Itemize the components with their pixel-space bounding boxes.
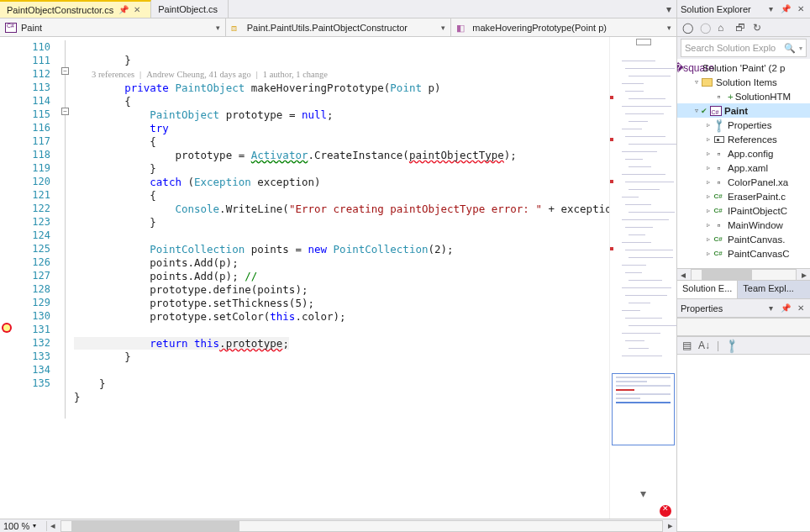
chevron-down-icon: ▾ xyxy=(441,24,445,32)
expand-icon[interactable]: ▿ xyxy=(692,76,701,89)
vertical-scrollbar-map[interactable]: ▾ xyxy=(609,37,676,519)
error-indicator-icon[interactable] xyxy=(660,505,671,517)
expand-icon[interactable]: ▹ xyxy=(704,161,713,175)
solution-search-input[interactable]: Search Solution Explo 🔍 ▾ xyxy=(681,39,807,57)
tree-item-label: App.config xyxy=(728,147,773,161)
tree-item-label: PaintCanvasC xyxy=(728,247,790,261)
solution-tree[interactable]: ▿ �square Solution 'Paint' (2 p ▿Solutio… xyxy=(677,59,810,268)
dropdown-icon[interactable]: ▾ xyxy=(765,303,776,313)
tree-item[interactable]: ▹References xyxy=(677,132,810,146)
split-handle[interactable] xyxy=(636,39,651,45)
tree-item-label: PaintCanvas. xyxy=(728,233,785,246)
tab-close-icon[interactable]: ✕ xyxy=(134,5,140,14)
nav-method[interactable]: ◧ makeHoveringPrototype(Point p) ▾ xyxy=(451,18,676,36)
chevron-down-icon: ▾ xyxy=(667,24,671,32)
outline-toggle[interactable]: − xyxy=(61,108,69,115)
zoom-dropdown[interactable]: 100 % ▾ xyxy=(0,521,47,531)
code-area[interactable]: } 3 references|Andrew Cheung, 41 days ag… xyxy=(74,37,609,519)
nav-bar: Paint ▾ ⧈ Paint.PaintUtils.PaintObjectCo… xyxy=(0,18,676,37)
chevron-down-icon: ▾ xyxy=(33,522,36,529)
editor-column: PaintObjectConstructor.cs 📌 ✕ PaintObjec… xyxy=(0,0,677,532)
pin-icon[interactable]: 📌 xyxy=(780,4,792,13)
class-icon: ⧈ xyxy=(231,23,243,33)
solution-icon: �square xyxy=(687,62,700,74)
tab-active[interactable]: PaintObjectConstructor.cs 📌 ✕ xyxy=(0,0,151,18)
properties-object-select[interactable] xyxy=(677,318,810,336)
horizontal-scrollbar[interactable] xyxy=(60,520,663,532)
tree-item-label: ColorPanel.xa xyxy=(728,176,788,189)
refresh-icon[interactable]: ↻ xyxy=(753,22,765,34)
properties-toolbar: ▤ A↓ | 🔧 xyxy=(677,336,810,355)
scroll-right-icon[interactable]: ▸ xyxy=(665,520,676,531)
side-panels: Solution Explorer ▾ 📌 ✕ ◯ ◯ ⌂ 🗗 ↻ Search… xyxy=(677,0,810,532)
pin-icon[interactable]: 📌 xyxy=(780,303,792,313)
expand-icon[interactable]: ▹ xyxy=(704,204,713,218)
tree-item-label: App.xaml xyxy=(728,161,768,175)
wrench-icon[interactable]: 🔧 xyxy=(723,337,741,355)
panel-tabs: Solution E... Team Expl... xyxy=(677,280,810,298)
back-icon[interactable]: ◯ xyxy=(682,22,694,34)
expand-icon[interactable]: ▹ xyxy=(704,147,713,161)
forward-icon[interactable]: ◯ xyxy=(700,22,712,34)
expand-icon[interactable]: ▹ xyxy=(704,233,713,246)
tree-item[interactable]: ▹▫App.xaml xyxy=(677,161,810,175)
close-icon[interactable]: ✕ xyxy=(795,303,807,313)
solution-node[interactable]: ▿ �square Solution 'Paint' (2 p xyxy=(677,61,810,75)
expand-icon[interactable]: ▹ xyxy=(704,176,713,189)
close-icon[interactable]: ✕ xyxy=(795,4,807,13)
expand-icon[interactable]: ▹ xyxy=(704,219,713,232)
solution-explorer-titlebar[interactable]: Solution Explorer ▾ 📌 ✕ xyxy=(677,0,810,18)
tabs-dropdown-icon[interactable]: ▾ xyxy=(666,3,671,15)
tree-item[interactable]: ▹C#IPaintObjectC xyxy=(677,203,810,218)
code-preview-tooltip xyxy=(612,373,675,445)
tree-item-label: Paint xyxy=(724,104,748,118)
tree-item-label: EraserPaint.c xyxy=(728,190,786,203)
properties-titlebar[interactable]: Properties ▾ 📌 ✕ xyxy=(677,299,810,318)
tab-inactive[interactable]: PaintObject.cs xyxy=(151,0,229,18)
dropdown-icon[interactable]: ▾ xyxy=(765,4,776,13)
properties-panel: Properties ▾ 📌 ✕ ▤ A↓ | 🔧 xyxy=(677,299,810,532)
tree-item[interactable]: ▹C#PaintCanvas. xyxy=(677,232,810,246)
expand-icon[interactable]: ▿ xyxy=(692,104,701,118)
codelens[interactable]: 3 references|Andrew Cheung, 41 days ago|… xyxy=(74,70,328,79)
tree-item-label: MainWindow xyxy=(728,219,783,232)
csharp-icon xyxy=(5,23,17,33)
tab-pin-icon[interactable]: 📌 xyxy=(118,5,129,14)
tree-item[interactable]: ▿✔Paint xyxy=(677,103,810,118)
tree-item[interactable]: ▹C#EraserPaint.c xyxy=(677,189,810,203)
tree-item[interactable]: ▹🔧Properties xyxy=(677,118,810,132)
search-icon: 🔍 xyxy=(784,43,796,54)
nav-class[interactable]: ⧈ Paint.PaintUtils.PaintObjectConstructo… xyxy=(226,18,452,36)
tree-item[interactable]: ▿Solution Items xyxy=(677,75,810,89)
tree-item[interactable]: ▹▫ColorPanel.xa xyxy=(677,175,810,189)
code-editor[interactable]: 110 111 112 113 114 115 116 117 118 119 … xyxy=(0,37,676,519)
outline-toggle[interactable]: − xyxy=(61,67,69,75)
editor-status-bar: 100 % ▾ ◂ ▸ xyxy=(0,519,676,532)
line-number-gutter: 110 111 112 113 114 115 116 117 118 119 … xyxy=(15,37,57,519)
method-icon: ◧ xyxy=(456,23,468,33)
expand-icon[interactable]: ▹ xyxy=(704,133,713,146)
nav-namespace[interactable]: Paint ▾ xyxy=(0,18,226,36)
tree-item[interactable]: ▹▫MainWindow xyxy=(677,218,810,232)
alphabetical-icon[interactable]: A↓ xyxy=(698,340,710,351)
scroll-down-icon[interactable]: ▾ xyxy=(640,487,646,500)
sync-icon[interactable]: 🗗 xyxy=(735,22,747,34)
tree-item[interactable]: ▹C#PaintCanvasC xyxy=(677,246,810,261)
home-icon[interactable]: ⌂ xyxy=(718,22,729,34)
tab-team-explorer[interactable]: Team Expl... xyxy=(738,281,810,298)
tree-item[interactable]: ▫+SolutionHTM xyxy=(677,89,810,103)
expand-icon[interactable]: ▹ xyxy=(704,247,713,261)
properties-grid[interactable] xyxy=(677,355,810,531)
tree-scrollbar[interactable]: ◂▸ xyxy=(677,268,810,280)
tree-item-label: IPaintObjectC xyxy=(728,204,787,218)
tree-item[interactable]: ▹▫App.config xyxy=(677,146,810,161)
scroll-left-icon[interactable]: ◂ xyxy=(47,520,59,531)
expand-icon[interactable]: ▹ xyxy=(704,190,713,203)
tab-solution-explorer[interactable]: Solution E... xyxy=(677,281,738,298)
error-glyph-icon[interactable] xyxy=(2,323,12,333)
categorized-icon[interactable]: ▤ xyxy=(682,340,692,351)
tab-label: PaintObject.cs xyxy=(158,4,218,14)
chevron-down-icon[interactable]: ▾ xyxy=(799,45,802,52)
solution-explorer-toolbar: ◯ ◯ ⌂ 🗗 ↻ xyxy=(677,18,810,37)
tree-item-label: SolutionHTM xyxy=(735,90,791,103)
